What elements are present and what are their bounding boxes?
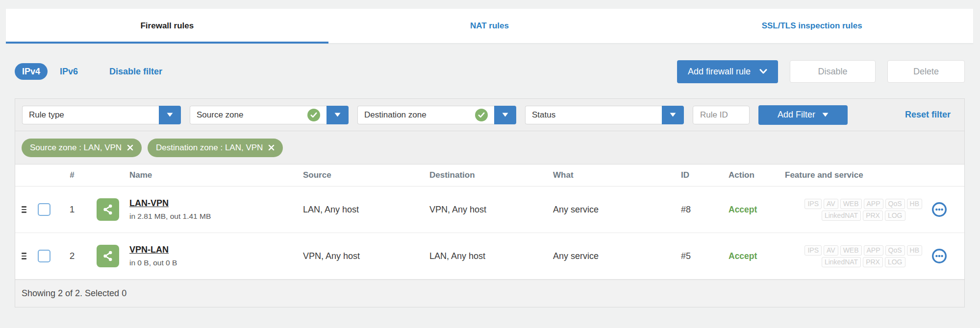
caret-down-icon [502,113,508,117]
filter-chip-destination-zone[interactable]: Destination zone : LAN, VPN [148,139,283,157]
toolbar-actions: Add firewall rule Disable Delete [677,60,965,83]
table-row: 2 VPN-LAN in 0 B, out 0 B VPN, Any host … [15,233,964,280]
row-more-menu-button[interactable] [931,248,948,264]
drag-handle[interactable] [15,253,33,259]
header-what: What [551,170,678,180]
rule-destination: VPN, Any host [427,205,551,215]
badge-av: AV [824,245,838,256]
destination-zone-select[interactable]: Destination zone [357,106,516,124]
firewall-rules-page: Firewall rules NAT rules SSL/TLS inspect… [0,0,980,328]
tab-ssl-tls-inspection-rules-label: SSL/TLS inspection rules [762,21,862,31]
row-checkbox-cell [33,250,55,262]
rule-name-link[interactable]: VPN-LAN [129,245,169,255]
badge-web: WEB [840,199,862,209]
rule-action: Accept [725,251,770,261]
disable-button[interactable]: Disable [790,60,876,83]
source-zone-select-value: Source zone [190,106,327,124]
header-action: Action [725,170,770,180]
filter-chip-source-zone-label: Source zone : LAN, VPN [30,143,122,153]
caret-down-icon [822,113,829,117]
tab-nat-rules[interactable]: NAT rules [328,9,651,43]
badge-qos: QoS [885,199,905,209]
rule-id: #5 [678,251,725,261]
drag-handle[interactable] [15,206,33,213]
rule-traffic: in 0 B, out 0 B [129,258,301,267]
feature-badges: IPS AV WEB APP QoS HB LinkedNAT PRX LOG [804,245,922,267]
disable-filter-link[interactable]: Disable filter [109,67,162,77]
destination-zone-select-value: Destination zone [357,106,494,124]
network-share-icon [97,245,119,267]
table-row: 1 LAN-VPN in 2.81 MB, out 1.41 MB LAN, A… [15,187,964,233]
header-name: Name [127,170,301,180]
rule-destination: LAN, Any host [427,251,551,261]
add-filter-label: Add Filter [778,110,815,120]
toolbar: IPv4 IPv6 Disable filter Add firewall ru… [15,53,965,90]
tab-firewall-rules-label: Firewall rules [140,21,194,31]
feature-badges-line-1: IPS AV WEB APP QoS HB [804,245,922,256]
caret-down-icon [334,113,341,117]
rule-id: #8 [678,205,725,215]
results-summary: Showing 2 of 2. Selected 0 [22,288,126,299]
remove-chip-icon[interactable] [268,144,275,151]
ipv4-toggle[interactable]: IPv4 [15,63,48,80]
ipv4-toggle-label: IPv4 [22,67,40,77]
rule-source: VPN, Any host [301,251,427,261]
badge-ips: IPS [804,245,822,256]
status-select-text: Status [532,110,655,120]
filter-active-check-icon [307,109,320,121]
caret-down-icon [670,113,676,117]
feature-badges-line-2: LinkedNAT PRX LOG [822,211,905,221]
source-zone-dropdown-button[interactable] [327,106,349,124]
active-tab-indicator [6,42,328,44]
badge-hb: HB [907,199,922,209]
filter-active-check-icon [475,109,488,121]
rule-name-cell: LAN-VPN in 2.81 MB, out 1.41 MB [127,198,301,221]
applied-filters-row: Source zone : LAN, VPN Destination zone … [15,131,964,164]
status-select-value: Status [525,106,662,124]
filter-chip-source-zone[interactable]: Source zone : LAN, VPN [22,139,142,157]
table-header: # Name Source Destination What ID Action… [15,164,964,187]
badge-app: APP [864,199,883,209]
feature-badges-line-2: LinkedNAT PRX LOG [822,257,905,267]
rule-type-select[interactable]: Rule type [22,106,181,124]
status-dropdown-button[interactable] [662,106,684,124]
badge-hb: HB [907,245,922,256]
header-destination: Destination [427,170,551,180]
rule-icon-cell [89,198,127,221]
tab-bar: Firewall rules NAT rules SSL/TLS inspect… [6,9,973,44]
ipv6-toggle[interactable]: IPv6 [60,67,78,77]
add-filter-button[interactable]: Add Filter [758,105,848,125]
delete-button[interactable]: Delete [887,60,965,83]
row-checkbox-cell [33,203,55,216]
rule-id-input[interactable] [693,106,750,124]
rule-type-dropdown-button[interactable] [159,106,181,124]
row-more-menu-button[interactable] [931,201,948,218]
reset-filter-link[interactable]: Reset filter [905,110,957,120]
rule-what: Any service [551,205,678,215]
rules-panel: Rule type Source zone [15,98,965,307]
header-id: ID [678,170,725,180]
rule-what: Any service [551,251,678,261]
badge-log: LOG [885,257,905,267]
drag-handle-icon [22,206,26,213]
rule-name-link[interactable]: LAN-VPN [129,198,169,209]
row-checkbox[interactable] [38,203,50,216]
row-checkbox[interactable] [38,250,50,262]
status-select[interactable]: Status [525,106,684,124]
rule-action: Accept [725,205,770,215]
rule-icon-cell [89,245,127,267]
tab-nat-rules-label: NAT rules [470,21,509,31]
tab-firewall-rules[interactable]: Firewall rules [6,9,328,43]
tab-ssl-tls-inspection-rules[interactable]: SSL/TLS inspection rules [651,9,973,43]
destination-zone-dropdown-button[interactable] [494,106,516,124]
destination-zone-select-text: Destination zone [364,110,471,120]
drag-handle-icon [22,253,26,259]
remove-chip-icon[interactable] [127,144,133,151]
source-zone-select[interactable]: Source zone [190,106,349,124]
feature-badges: IPS AV WEB APP QoS HB LinkedNAT PRX LOG [804,199,922,221]
header-number: # [55,170,89,180]
badge-prx: PRX [863,211,883,221]
add-firewall-rule-button[interactable]: Add firewall rule [677,60,778,83]
rule-type-select-value: Rule type [22,106,159,124]
badge-qos: QoS [885,245,905,256]
